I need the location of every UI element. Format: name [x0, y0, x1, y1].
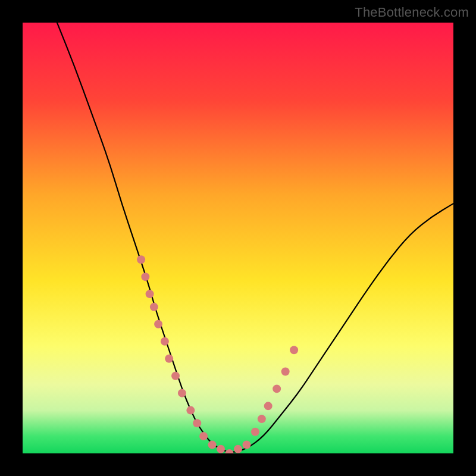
- plot-area: [23, 23, 453, 453]
- data-point: [154, 320, 162, 328]
- data-point: [264, 402, 273, 410]
- data-point: [186, 406, 195, 415]
- plot-background: [23, 23, 453, 453]
- data-point: [150, 303, 158, 311]
- data-point: [208, 441, 217, 449]
- data-point: [146, 290, 154, 298]
- data-point: [171, 372, 180, 380]
- data-point: [242, 441, 250, 449]
- data-point: [178, 389, 186, 397]
- data-point: [234, 445, 242, 453]
- data-point: [193, 419, 201, 427]
- chart-frame: TheBottleneck.com: [0, 0, 476, 476]
- data-point: [141, 273, 149, 281]
- svg-rect-0: [23, 23, 453, 453]
- data-point: [161, 337, 169, 346]
- data-point: [290, 346, 298, 354]
- data-point: [258, 415, 266, 423]
- chart-svg: [23, 23, 453, 453]
- data-point: [165, 355, 173, 363]
- data-point: [281, 367, 290, 375]
- data-point: [251, 428, 259, 436]
- data-point: [217, 445, 225, 453]
- data-point: [137, 255, 145, 264]
- watermark-text: TheBottleneck.com: [355, 5, 469, 20]
- data-point: [273, 384, 281, 393]
- data-point: [199, 432, 208, 440]
